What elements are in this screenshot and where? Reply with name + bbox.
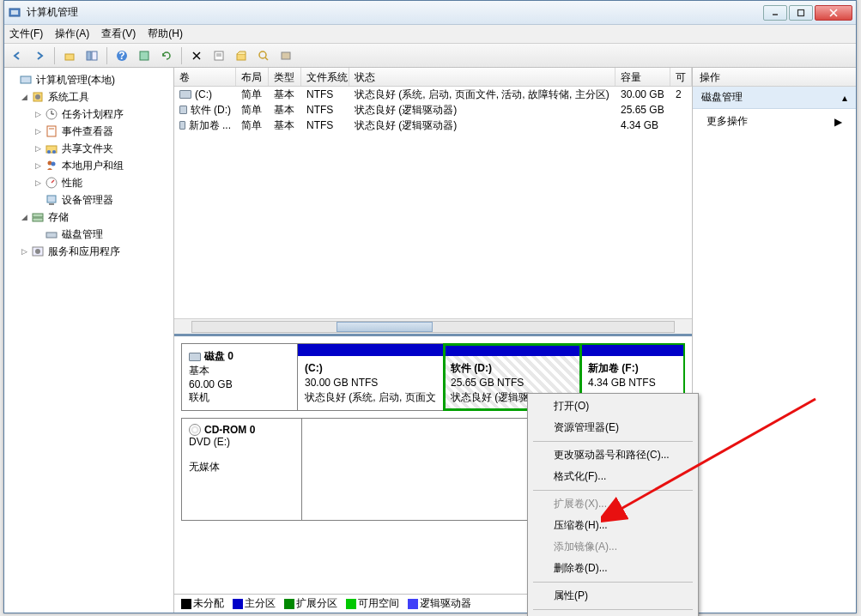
- forward-button[interactable]: [30, 46, 49, 65]
- main-window: 计算机管理 文件(F) 操作(A) 查看(V) 帮助(H) ? 计算机管理(本地…: [3, 0, 857, 613]
- tb-icon-2[interactable]: [232, 46, 251, 65]
- svg-rect-20: [282, 52, 290, 59]
- list-row[interactable]: 软件 (D:) 简单 基本 NTFS 状态良好 (逻辑驱动器) 25.65 GB: [174, 102, 692, 118]
- svg-rect-3: [798, 9, 804, 15]
- chevron-right-icon: ▶: [834, 116, 842, 128]
- svg-point-41: [35, 249, 40, 254]
- ctx-delete[interactable]: 删除卷(D)...: [530, 558, 696, 579]
- tree-diskmanagement[interactable]: 磁盘管理: [6, 226, 172, 243]
- minimize-button[interactable]: [763, 5, 787, 21]
- help-button[interactable]: ?: [112, 46, 131, 65]
- actions-more[interactable]: 更多操作▶: [693, 109, 856, 134]
- actions-header: 操作: [693, 68, 856, 87]
- actions-panel: 操作 磁盘管理▴ 更多操作▶: [693, 68, 856, 613]
- up-button[interactable]: [60, 46, 79, 65]
- svg-rect-7: [87, 51, 91, 60]
- back-button[interactable]: [8, 46, 27, 65]
- tree-systools[interactable]: ◢系统工具: [6, 88, 172, 106]
- list-row[interactable]: 新加卷 ... 简单 基本 NTFS 状态良好 (逻辑驱动器) 4.34 GB: [174, 118, 692, 133]
- tree-storage[interactable]: ◢存储: [6, 208, 172, 226]
- tree-root[interactable]: 计算机管理(本地): [6, 71, 172, 88]
- list-row[interactable]: (C:) 简单 基本 NTFS 状态良好 (系统, 启动, 页面文件, 活动, …: [174, 87, 692, 102]
- ctx-properties[interactable]: 属性(P): [530, 585, 696, 607]
- col-free[interactable]: 可: [670, 68, 692, 86]
- col-fs[interactable]: 文件系统: [301, 68, 349, 86]
- tree-eventviewer[interactable]: ▷事件查看器: [6, 123, 172, 140]
- delete-icon[interactable]: [187, 46, 206, 65]
- svg-rect-27: [47, 126, 56, 136]
- properties-icon[interactable]: [209, 46, 228, 65]
- col-status[interactable]: 状态: [349, 68, 615, 86]
- toolbar: ?: [4, 44, 856, 68]
- partition-c[interactable]: (C:) 30.00 GB NTFS 状态良好 (系统, 启动, 页面文: [298, 344, 444, 410]
- close-button[interactable]: [815, 5, 852, 21]
- collapse-icon: ▴: [842, 92, 847, 104]
- body: 计算机管理(本地) ◢系统工具 ▷任务计划程序 ▷事件查看器 ▷共享文件夹 ▷本…: [4, 68, 856, 613]
- tree-devicemanager[interactable]: 设备管理器: [6, 191, 172, 208]
- tree-taskscheduler[interactable]: ▷任务计划程序: [6, 106, 172, 123]
- svg-rect-37: [33, 214, 43, 217]
- maximize-button[interactable]: [789, 5, 813, 21]
- list-header: 卷 布局 类型 文件系统 状态 容量 可: [174, 68, 692, 87]
- svg-point-23: [35, 94, 40, 100]
- actions-section[interactable]: 磁盘管理▴: [693, 87, 856, 109]
- titlebar: 计算机管理: [4, 1, 856, 25]
- refresh-button[interactable]: [157, 46, 176, 65]
- svg-rect-6: [65, 54, 74, 60]
- cdrom-icon: [189, 424, 201, 436]
- menubar: 文件(F) 操作(A) 查看(V) 帮助(H): [4, 25, 856, 44]
- tb-icon-4[interactable]: [276, 46, 295, 65]
- col-layout[interactable]: 布局: [236, 68, 269, 86]
- ctx-format[interactable]: 格式化(F)...: [530, 466, 696, 487]
- cdrom-info[interactable]: CD-ROM 0 DVD (E:) 无媒体: [182, 419, 302, 520]
- svg-rect-8: [92, 51, 97, 60]
- window-title: 计算机管理: [27, 5, 763, 20]
- tree-localusers[interactable]: ▷本地用户和组: [6, 157, 172, 174]
- svg-point-33: [52, 162, 56, 166]
- svg-rect-1: [11, 10, 18, 15]
- svg-rect-21: [21, 76, 31, 83]
- svg-rect-11: [140, 51, 149, 60]
- menu-action[interactable]: 操作(A): [55, 27, 89, 41]
- disk-icon: [189, 353, 201, 361]
- ctx-extend: 扩展卷(X)...: [530, 493, 696, 515]
- menu-view[interactable]: 查看(V): [101, 27, 136, 41]
- tb-icon-3[interactable]: [254, 46, 273, 65]
- svg-point-30: [47, 150, 51, 154]
- ctx-mirror: 添加镜像(A)...: [530, 536, 696, 558]
- tree-performance[interactable]: ▷性能: [6, 174, 172, 191]
- ctx-change-letter[interactable]: 更改驱动器号和路径(C)...: [530, 444, 696, 466]
- volume-list[interactable]: (C:) 简单 基本 NTFS 状态良好 (系统, 启动, 页面文件, 活动, …: [174, 87, 692, 318]
- context-menu: 打开(O) 资源管理器(E) 更改驱动器号和路径(C)... 格式化(F)...…: [527, 393, 699, 616]
- menu-help[interactable]: 帮助(H): [148, 27, 183, 41]
- app-icon: [8, 6, 21, 20]
- svg-rect-39: [46, 233, 57, 238]
- tree-services[interactable]: ▷服务和应用程序: [6, 243, 172, 260]
- volume-icon: [179, 106, 187, 114]
- window-buttons: [763, 5, 852, 21]
- menu-file[interactable]: 文件(F): [9, 27, 43, 41]
- ctx-help[interactable]: 帮助(H): [530, 613, 696, 616]
- h-scrollbar[interactable]: [174, 318, 692, 334]
- show-hide-button[interactable]: [82, 46, 101, 65]
- ctx-explorer[interactable]: 资源管理器(E): [530, 417, 696, 438]
- svg-text:?: ?: [118, 50, 124, 62]
- disk-info[interactable]: 磁盘 0 基本 60.00 GB 联机: [182, 344, 298, 410]
- svg-point-18: [259, 51, 266, 58]
- col-type[interactable]: 类型: [269, 68, 301, 86]
- tree-sharedfolders[interactable]: ▷共享文件夹: [6, 140, 172, 157]
- col-capacity[interactable]: 容量: [615, 68, 670, 86]
- col-volume[interactable]: 卷: [174, 68, 236, 86]
- tb-icon-1[interactable]: [135, 46, 154, 65]
- ctx-shrink[interactable]: 压缩卷(H)...: [530, 515, 696, 536]
- svg-line-19: [265, 57, 268, 60]
- svg-rect-17: [237, 54, 246, 60]
- svg-point-31: [52, 150, 56, 154]
- nav-tree[interactable]: 计算机管理(本地) ◢系统工具 ▷任务计划程序 ▷事件查看器 ▷共享文件夹 ▷本…: [4, 68, 174, 613]
- svg-rect-38: [33, 218, 43, 221]
- volume-icon: [179, 90, 191, 99]
- svg-rect-35: [47, 196, 56, 202]
- ctx-open[interactable]: 打开(O): [530, 396, 696, 417]
- svg-rect-36: [49, 203, 54, 205]
- volume-icon: [179, 121, 185, 130]
